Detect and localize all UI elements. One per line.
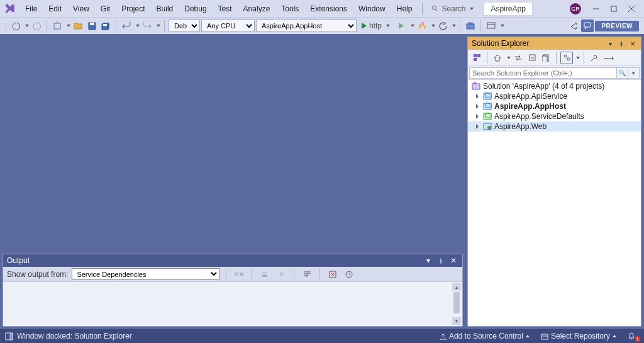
scope-button[interactable] xyxy=(560,52,573,64)
window-position-button[interactable]: ▾ xyxy=(423,256,433,266)
menu-help[interactable]: Help xyxy=(392,3,418,15)
minimize-button[interactable] xyxy=(587,2,605,16)
maximize-button[interactable] xyxy=(605,2,623,16)
timestamps-button[interactable] xyxy=(343,268,355,281)
preview-selected-button[interactable]: ⟶ xyxy=(602,52,614,64)
share-button[interactable] xyxy=(567,20,580,32)
solution-search-input[interactable] xyxy=(469,67,617,79)
svg-rect-23 xyxy=(542,56,547,62)
toggle-wrap-button[interactable]: ≣ xyxy=(258,268,271,281)
feedback-button[interactable] xyxy=(581,20,594,32)
save-button[interactable] xyxy=(86,20,98,32)
solution-tree[interactable]: Solution 'AspireApp' (4 of 4 projects) C… xyxy=(468,80,641,326)
main-menu: File Edit View Git Project Build Debug T… xyxy=(20,3,417,15)
expander-icon[interactable] xyxy=(474,123,480,130)
project-row[interactable]: C# AspireApp.ServiceDefaults xyxy=(468,111,641,121)
platform-select[interactable]: Any CPU xyxy=(201,20,255,32)
views-button[interactable] xyxy=(470,52,483,64)
svg-line-26 xyxy=(566,57,568,59)
home-button[interactable] xyxy=(491,52,504,64)
chevron-down-icon xyxy=(386,25,390,27)
project-row[interactable]: C# AspireApp.AppHost xyxy=(468,101,641,111)
pin-button[interactable] xyxy=(436,256,446,266)
toolbox-button[interactable] xyxy=(464,20,477,32)
output-text-area[interactable]: ▲ ▼ xyxy=(3,282,462,326)
menu-build[interactable]: Build xyxy=(152,3,179,15)
menu-project[interactable]: Project xyxy=(116,3,150,15)
svg-rect-19 xyxy=(474,58,477,61)
search-box[interactable]: Search xyxy=(428,3,477,14)
redo-button[interactable] xyxy=(141,20,153,32)
scroll-thumb[interactable] xyxy=(453,292,460,313)
select-repository-button[interactable]: Select Repository xyxy=(537,332,620,340)
chevron-up-icon xyxy=(526,335,530,337)
save-all-button[interactable] xyxy=(99,20,112,32)
output-source-select[interactable]: Service Dependencies xyxy=(72,268,219,280)
solution-search-button[interactable]: 🔍 xyxy=(617,67,628,79)
menu-test[interactable]: Test xyxy=(213,3,237,15)
solution-explorer-title-bar[interactable]: Solution Explorer ▾ ✕ xyxy=(468,37,641,50)
expander-icon[interactable] xyxy=(474,93,480,99)
show-all-files-button[interactable] xyxy=(540,52,552,64)
properties-button[interactable] xyxy=(588,52,601,64)
play-outline-icon xyxy=(399,23,404,29)
menu-window[interactable]: Window xyxy=(353,3,391,15)
menu-view[interactable]: View xyxy=(68,3,94,15)
solution-root[interactable]: Solution 'AspireApp' (4 of 4 projects) xyxy=(468,81,641,91)
menu-tools[interactable]: Tools xyxy=(276,3,304,15)
scrollbar[interactable]: ▲ ▼ xyxy=(452,283,461,325)
start-debugging-button[interactable]: http xyxy=(358,20,394,32)
configuration-select[interactable]: Debug xyxy=(169,20,200,32)
expander-icon[interactable] xyxy=(474,103,480,110)
project-row[interactable]: AspireApp.Web xyxy=(468,121,641,132)
project-label: AspireApp.Web xyxy=(494,122,547,131)
chevron-down-icon xyxy=(25,25,29,27)
customize-button[interactable] xyxy=(485,20,497,32)
clear-all-button[interactable] xyxy=(326,268,339,281)
hot-reload-button[interactable]: 🔥 xyxy=(416,20,428,32)
menu-file[interactable]: File xyxy=(20,3,42,15)
add-source-control-button[interactable]: Add to Source Control xyxy=(436,332,533,340)
nav-back-button[interactable]: ◯ xyxy=(9,20,22,32)
previous-button[interactable]: ≡ xyxy=(275,268,287,281)
panel-title-label: Output xyxy=(7,256,30,265)
main-work-area: Solution Explorer ▾ ✕ ⟶ 🔍 ▾ xyxy=(0,34,644,329)
close-panel-button[interactable]: ✕ xyxy=(448,256,458,266)
refresh-button[interactable] xyxy=(436,20,449,32)
app-name-chip[interactable]: AspireApp xyxy=(484,2,532,16)
sync-button[interactable] xyxy=(512,52,525,64)
pin-button[interactable] xyxy=(617,39,626,48)
project-row[interactable]: C# AspireApp.ApiService xyxy=(468,91,641,101)
menu-debug[interactable]: Debug xyxy=(179,3,211,15)
start-without-debugging-button[interactable] xyxy=(395,20,408,32)
collapse-all-button[interactable] xyxy=(526,52,538,64)
open-button[interactable] xyxy=(72,20,84,32)
nav-forward-button[interactable]: ◯ xyxy=(30,20,43,32)
csproj-icon: C# xyxy=(483,103,492,110)
expander-icon[interactable] xyxy=(474,113,480,120)
menu-edit[interactable]: Edit xyxy=(43,3,67,15)
preview-badge[interactable]: PREVIEW xyxy=(595,21,639,31)
bell-icon xyxy=(628,332,635,340)
undo-button[interactable] xyxy=(120,20,133,32)
svg-rect-11 xyxy=(103,24,107,26)
word-wrap-button[interactable] xyxy=(301,268,313,281)
menu-git[interactable]: Git xyxy=(96,3,115,15)
menu-analyze[interactable]: Analyze xyxy=(238,3,275,15)
chevron-down-icon xyxy=(501,25,504,27)
output-title-bar[interactable]: Output ▾ ✕ xyxy=(3,254,462,267)
close-button[interactable] xyxy=(623,2,640,16)
scroll-down-button[interactable]: ▼ xyxy=(452,317,461,325)
window-position-button[interactable]: ▾ xyxy=(606,39,614,48)
menu-extensions[interactable]: Extensions xyxy=(305,3,352,15)
new-project-button[interactable] xyxy=(51,20,64,32)
user-avatar[interactable]: GR xyxy=(570,3,581,14)
startup-project-select[interactable]: AspireApp.AppHost xyxy=(256,20,357,32)
close-panel-button[interactable]: ✕ xyxy=(628,39,637,48)
standard-toolbar: ⋮ ◯ ◯ Debug Any CPU AspireApp.AppHost ht… xyxy=(0,17,644,34)
solution-search-options-button[interactable]: ▾ xyxy=(628,67,640,79)
clear-output-button[interactable]: ≡✕ xyxy=(233,268,245,281)
scroll-up-button[interactable]: ▲ xyxy=(452,283,461,291)
svg-text:C#: C# xyxy=(485,113,492,120)
notifications-button[interactable]: 1 xyxy=(624,332,639,340)
